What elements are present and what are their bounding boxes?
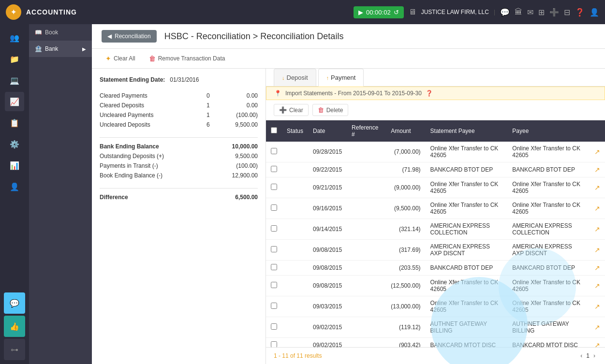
row-date: 09/28/2015 (308, 142, 347, 162)
statement-date-row: Statement Ending Date: 01/31/2016 (100, 76, 258, 83)
chat-btn[interactable]: 💬 (4, 292, 25, 314)
row-label: Cleared Payments (100, 91, 207, 101)
mail-icon[interactable]: ✉ (527, 8, 533, 17)
row-date: 09/22/2015 (308, 162, 347, 177)
row-link-icon[interactable]: ↗ (594, 303, 600, 310)
row-payee: Online Xfer Transfer to CK 42605 (507, 177, 590, 198)
sidebar-item-accounting[interactable]: 📈 (5, 92, 24, 111)
table-row: 09/14/2015 (321.14) AMERICAN EXPRESS COL… (266, 219, 605, 240)
row-link-icon[interactable]: ↗ (594, 184, 600, 191)
row-ref (347, 276, 386, 296)
row-checkbox[interactable] (271, 166, 277, 172)
back-button[interactable]: ◀ Reconciliation (102, 30, 157, 43)
row-link-icon[interactable]: ↗ (594, 148, 600, 156)
bank-icon[interactable]: 🏛 (515, 8, 522, 16)
row-amount: (13,000.00) (386, 296, 425, 317)
row-statement-payee: Online Xfer Transfer to CK 42605 (426, 142, 508, 162)
bank-ending-balance-label: Bank Ending Balance (100, 142, 212, 151)
row-ref (347, 296, 386, 317)
row-link-icon[interactable]: ↗ (594, 225, 600, 233)
row-status (282, 296, 308, 317)
delete-label: Delete (326, 107, 343, 114)
grid-icon[interactable]: ⊞ (538, 8, 545, 17)
row-link-icon[interactable]: ↗ (594, 323, 600, 331)
thumbs-btn[interactable]: 👍 (4, 316, 25, 337)
clear-button[interactable]: ➕ Clear (274, 104, 309, 116)
help-circle-icon: ❓ (426, 90, 433, 97)
sidebar-item-reports[interactable]: 📊 (5, 156, 24, 175)
add-icon[interactable]: ➕ (549, 8, 559, 17)
row-checkbox[interactable] (271, 225, 277, 232)
sidebar-item-clients[interactable]: 👥 (5, 28, 24, 47)
left-sidebar: 👥 📁 💻 📈 📋 ⚙️ 📊 👤 💬 👍 ⊶ (0, 24, 29, 364)
summary-row: Uncleared Payments 1 (100.00) (100, 110, 258, 120)
row-amount: (317.69) (386, 240, 425, 261)
col-statement-payee: Statement Payee (426, 120, 508, 142)
row-link-icon[interactable]: ↗ (594, 204, 600, 212)
payments-in-transit-label: Payments in Transit (-) (100, 161, 212, 171)
row-checkbox[interactable] (271, 303, 277, 309)
row-date: 09/02/2015 (308, 317, 347, 338)
table-row: 09/28/2015 (7,000.00) Online Xfer Transf… (266, 142, 605, 162)
next-page-button[interactable]: › (591, 351, 597, 360)
row-date: 09/08/2015 (308, 276, 347, 296)
prev-page-button[interactable]: ‹ (578, 351, 584, 360)
row-status (282, 261, 308, 276)
row-count: 1 (207, 101, 213, 110)
row-link-icon[interactable]: ↗ (594, 341, 600, 347)
clear-all-button[interactable]: ✦ Clear All (102, 53, 139, 64)
remove-transaction-button[interactable]: 🗑 Remove Transaction Data (145, 53, 229, 64)
book-ending-balance-value: 12,900.00 (212, 171, 258, 180)
row-amount: (203.55) (386, 261, 425, 276)
sidebar-item-book[interactable]: 📖 Book (29, 24, 92, 41)
page-number: 1 (586, 352, 590, 359)
row-amount: (71.98) (386, 162, 425, 177)
clear-label: Clear (289, 107, 303, 114)
more-btn[interactable]: ⊶ (4, 339, 25, 360)
row-date: 09/14/2015 (308, 219, 347, 240)
row-checkbox[interactable] (271, 264, 277, 270)
row-link-icon[interactable]: ↗ (594, 264, 600, 272)
row-status (282, 142, 308, 162)
row-checkbox[interactable] (271, 282, 277, 288)
table-row: 09/16/2015 (9,500.00) Online Xfer Transf… (266, 198, 605, 219)
row-link-icon[interactable]: ↗ (594, 282, 600, 290)
tab-deposit[interactable]: ↓ Deposit (274, 69, 316, 86)
row-link-icon[interactable]: ↗ (594, 246, 600, 254)
row-label: Cleared Deposits (100, 101, 207, 110)
row-statement-payee: BANKCARD BTOT DEP (426, 162, 508, 177)
row-checkbox[interactable] (271, 148, 277, 154)
user-icon[interactable]: 👤 (590, 8, 599, 17)
select-all-checkbox[interactable] (271, 127, 277, 133)
delete-button[interactable]: 🗑 Delete (312, 104, 349, 116)
row-checkbox[interactable] (271, 246, 277, 252)
sidebar-item-files[interactable]: 📁 (5, 49, 24, 69)
tab-payment[interactable]: ↑ Payment (318, 69, 364, 87)
row-link-icon[interactable]: ↗ (594, 166, 600, 174)
summary-row: Uncleared Deposits 6 9,500.00 (100, 120, 258, 130)
back-label: Reconciliation (115, 33, 151, 40)
row-payee: Online Xfer Transfer to CK 42605 (507, 198, 590, 219)
row-ref (347, 142, 386, 162)
row-amount: 0.00 (213, 101, 258, 110)
sidebar-item-settings[interactable]: ⚙️ (5, 134, 24, 154)
sidebar-item-bank[interactable]: 🏦 Bank ▶ (29, 41, 92, 57)
row-checkbox[interactable] (271, 184, 277, 190)
sidebar-item-portal[interactable]: 💻 (5, 71, 24, 90)
trash-icon: 🗑 (149, 55, 156, 62)
layout-icon[interactable]: ⊟ (564, 8, 570, 17)
book-ending-balance-label: Book Ending Balance (-) (100, 171, 212, 180)
timer-button[interactable]: ▶ 00:00:02 ↺ (354, 6, 404, 18)
difference-table: Difference 6,500.00 (100, 192, 258, 202)
row-amount: (321.14) (386, 219, 425, 240)
help-icon[interactable]: ❓ (575, 8, 585, 17)
app-title: ACCOUNTING (26, 8, 349, 16)
row-checkbox[interactable] (271, 204, 277, 211)
sidebar-item-forms[interactable]: 📋 (5, 113, 24, 132)
row-payee: AMERICAN EXPRESS COLLECTION (507, 219, 590, 240)
row-checkbox[interactable] (271, 323, 277, 330)
sidebar-item-contacts[interactable]: 👤 (5, 177, 24, 196)
page-nav: ‹ 1 › (578, 351, 597, 360)
row-checkbox[interactable] (271, 341, 277, 347)
chat-icon[interactable]: 💬 (500, 8, 510, 17)
